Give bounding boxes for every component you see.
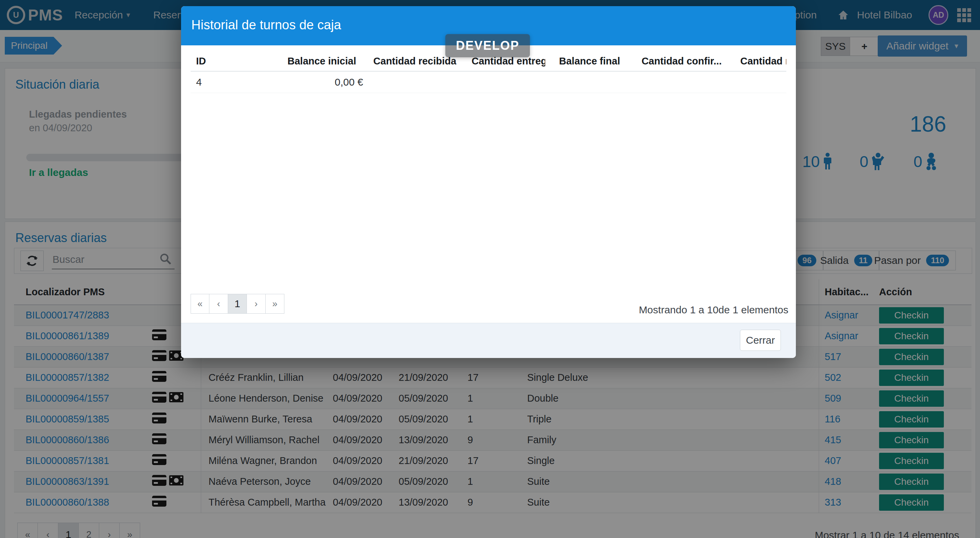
cash-shift-table: ID Balance inicial Cantidad recibida Can… bbox=[191, 51, 786, 93]
col-balance-inicial[interactable]: Balance inicial bbox=[283, 51, 364, 71]
cash-shift-history-modal: Historial de turnos de caja ID Balance i… bbox=[181, 6, 796, 358]
modal-summary: Mostrando 1 a 10de 1 elementos bbox=[639, 304, 788, 316]
modal-pagination: « ‹ 1 › » bbox=[191, 294, 285, 314]
modal-footer: Cerrar bbox=[181, 323, 796, 358]
col-id[interactable]: ID bbox=[191, 51, 283, 71]
modal-page-1-button[interactable]: 1 bbox=[228, 294, 247, 314]
modal-page-prev-button[interactable]: ‹ bbox=[209, 294, 228, 314]
develop-environment-ribbon: DEVELOP bbox=[445, 34, 530, 57]
col-balance-final[interactable]: Balance final bbox=[545, 51, 634, 71]
close-button[interactable]: Cerrar bbox=[740, 330, 781, 351]
modal-page-next-button[interactable]: › bbox=[247, 294, 266, 314]
modal-page-first-button[interactable]: « bbox=[191, 294, 209, 314]
col-cantidad-retirada[interactable]: Cantidad r bbox=[729, 51, 786, 71]
cash-shift-row[interactable]: 4 0,00 € bbox=[191, 71, 786, 93]
modal-page-last-button[interactable]: » bbox=[266, 294, 285, 314]
col-cantidad-confirmada[interactable]: Cantidad confir... bbox=[634, 51, 729, 71]
cash-row-id: 4 bbox=[191, 71, 283, 93]
modal-title: Historial de turnos de caja bbox=[191, 18, 341, 32]
cash-row-balance-inicial: 0,00 € bbox=[283, 71, 364, 93]
